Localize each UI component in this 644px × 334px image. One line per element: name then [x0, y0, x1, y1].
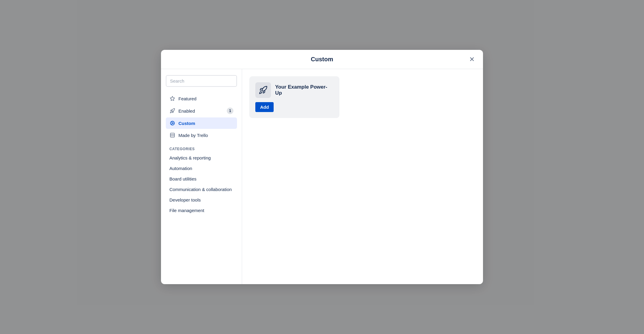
modal: Custom ✕ Featured	[161, 50, 483, 284]
powerup-card: Your Example Power-Up Add	[249, 76, 339, 118]
modal-overlay: Custom ✕ Featured	[0, 0, 644, 334]
search-wrapper	[166, 75, 237, 87]
sidebar-item-enabled[interactable]: Enabled 1	[166, 105, 237, 117]
category-analytics[interactable]: Analytics & reporting	[166, 153, 237, 163]
modal-header: Custom ✕	[161, 50, 483, 69]
sidebar-item-made-by-trello-label: Made by Trello	[178, 133, 208, 138]
main-content: Your Example Power-Up Add	[242, 69, 483, 284]
svg-marker-0	[170, 96, 175, 101]
add-powerup-button[interactable]: Add	[255, 102, 274, 112]
modal-body: Featured Enabled 1	[161, 69, 483, 284]
star-icon	[169, 96, 175, 102]
close-button[interactable]: ✕	[467, 55, 477, 64]
rocket-icon	[169, 108, 175, 114]
powerup-name: Your Example Power-Up	[275, 84, 333, 96]
powerup-header: Your Example Power-Up	[255, 82, 333, 98]
powerup-icon	[255, 82, 271, 98]
sidebar-item-enabled-label: Enabled	[178, 108, 195, 114]
book-icon	[169, 132, 175, 138]
category-developer-tools[interactable]: Developer tools	[166, 195, 237, 205]
category-communication[interactable]: Communication & collaboration	[166, 184, 237, 194]
sidebar-item-custom-label: Custom	[178, 121, 195, 126]
gear-icon	[169, 120, 175, 126]
sidebar-item-featured-label: Featured	[178, 96, 196, 101]
category-board-utilities[interactable]: Board utilities	[166, 174, 237, 184]
sidebar-item-featured[interactable]: Featured	[166, 93, 237, 104]
modal-title: Custom	[311, 56, 333, 63]
category-file-management[interactable]: File management	[166, 205, 237, 215]
rocket-powerup-icon	[259, 86, 268, 95]
sidebar-item-custom[interactable]: Custom	[166, 117, 237, 129]
enabled-badge: 1	[227, 108, 233, 114]
sidebar-item-made-by-trello[interactable]: Made by Trello	[166, 129, 237, 141]
search-input[interactable]	[166, 75, 237, 87]
category-automation[interactable]: Automation	[166, 163, 237, 173]
svg-rect-1	[170, 133, 175, 137]
categories-heading: Categories	[166, 143, 237, 153]
sidebar: Featured Enabled 1	[161, 69, 242, 284]
